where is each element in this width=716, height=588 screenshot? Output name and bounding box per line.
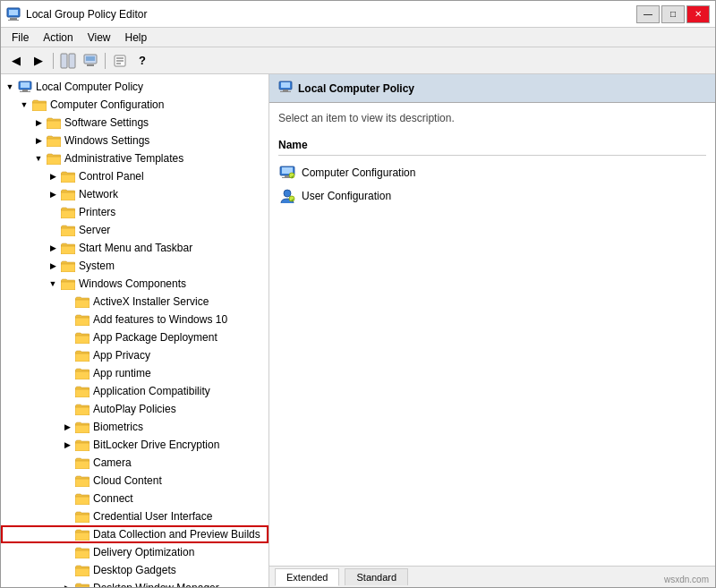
tree-node-win-comp[interactable]: Windows Components — [1, 275, 268, 293]
tree-node-desktop-gadgets[interactable]: Desktop Gadgets — [1, 561, 268, 579]
policy-icon-user: ✓ — [278, 187, 296, 205]
folder-icon-win-comp — [60, 276, 76, 292]
tree-node-windows[interactable]: Windows Settings — [1, 132, 268, 149]
tree-label-start-menu: Start Menu and Taskbar — [79, 242, 192, 254]
title-bar: Local Group Policy Editor — □ ✕ — [1, 1, 715, 28]
expander-desktop-wm[interactable] — [60, 581, 74, 587]
tree-node-app-compat[interactable]: Application Compatibility — [1, 382, 268, 400]
folder-icon-server — [60, 222, 76, 238]
expander-app-privacy — [60, 348, 74, 362]
tree-node-connect[interactable]: Connect — [1, 490, 268, 507]
tree-node-system[interactable]: System — [1, 257, 268, 275]
tree-node-autoplay[interactable]: AutoPlay Policies — [1, 400, 268, 418]
tab-standard[interactable]: Standard — [345, 568, 408, 585]
show-hide-button[interactable] — [58, 51, 78, 71]
expander-connect — [60, 491, 74, 506]
expander-delivery-opt — [60, 545, 74, 559]
minimize-button[interactable]: — — [636, 5, 660, 23]
tree-node-camera[interactable]: Camera — [1, 454, 268, 472]
tree-node-server[interactable]: Server — [1, 221, 268, 239]
right-header-icon — [278, 80, 293, 97]
tree-label-desktop-wm: Desktop Window Manager — [93, 582, 219, 587]
tree-node-delivery-opt[interactable]: Delivery Optimization — [1, 543, 268, 561]
tree-label-network: Network — [79, 188, 118, 200]
properties-button[interactable] — [110, 51, 130, 71]
expander-credential-ui — [60, 509, 74, 524]
tree-node-control-panel[interactable]: Control Panel — [1, 167, 268, 185]
tree-node-biometrics[interactable]: Biometrics — [1, 418, 268, 436]
expander-root[interactable] — [3, 80, 17, 94]
policy-icon-computer: ✓ — [278, 164, 296, 182]
right-panel-title: Local Computer Policy — [298, 82, 414, 95]
tree-label-admin-tmpl: Administrative Templates — [64, 152, 183, 165]
tree-node-add-features[interactable]: Add features to Windows 10 — [1, 311, 268, 328]
expander-network[interactable] — [46, 187, 60, 201]
policy-item-computer[interactable]: ✓ Computer Configuration — [278, 161, 706, 184]
menu-file[interactable]: File — [4, 30, 36, 45]
tree-node-start-menu[interactable]: Start Menu and Taskbar — [1, 239, 268, 257]
folder-icon-software — [46, 115, 62, 131]
maximize-button[interactable]: □ — [661, 5, 685, 23]
tree-node-cloud-content[interactable]: Cloud Content — [1, 472, 268, 490]
svg-rect-15 — [22, 89, 28, 91]
menu-view[interactable]: View — [81, 30, 118, 45]
left-panel: Local Computer Policy Computer Configura… — [1, 74, 269, 587]
tree-label-app-privacy: App Privacy — [93, 349, 150, 362]
expander-system[interactable] — [46, 259, 60, 273]
tree-node-network[interactable]: Network — [1, 185, 268, 203]
expander-bitlocker[interactable] — [60, 438, 74, 452]
forward-button[interactable]: ▶ — [29, 51, 48, 71]
tree-node-root[interactable]: Local Computer Policy — [1, 78, 268, 96]
expander-add-features — [60, 312, 74, 327]
menu-help[interactable]: Help — [118, 30, 155, 45]
expander-windows[interactable] — [31, 133, 46, 148]
tree-node-app-pkg[interactable]: App Package Deployment — [1, 328, 268, 346]
folder-icon-network — [60, 186, 76, 202]
tab-extended[interactable]: Extended — [275, 568, 339, 586]
right-description: Select an item to view its description. — [278, 112, 706, 124]
tree-node-desktop-wm[interactable]: Desktop Window Manager — [1, 579, 268, 587]
expander-win-comp[interactable] — [46, 277, 60, 291]
tree-node-credential-ui[interactable]: Credential User Interface — [1, 507, 268, 525]
tree-label-delivery-opt: Delivery Optimization — [93, 546, 194, 558]
tree-label-comp-config: Computer Configuration — [50, 98, 164, 111]
tree-node-printers[interactable]: Printers — [1, 203, 268, 221]
svg-rect-2 — [10, 18, 17, 20]
policy-item-user[interactable]: ✓ User Configuration — [278, 184, 706, 208]
tree-label-add-features: Add features to Windows 10 — [93, 313, 227, 326]
tree-label-credential-ui: Credential User Interface — [93, 510, 212, 523]
tree-label-bitlocker: BitLocker Drive Encryption — [93, 439, 219, 451]
tree-node-admin-tmpl[interactable]: Administrative Templates — [1, 149, 268, 167]
folder-icon-add-features — [74, 311, 90, 328]
tree-node-app-runtime[interactable]: App runtime — [1, 364, 268, 382]
folder-icon-bitlocker — [74, 437, 90, 453]
folder-icon-control-panel — [60, 168, 76, 184]
right-table: Name ✓ Computer Conf — [278, 139, 706, 208]
tree-node-bitlocker[interactable]: BitLocker Drive Encryption — [1, 436, 268, 454]
tree-label-autoplay: AutoPlay Policies — [93, 403, 176, 415]
back-button[interactable]: ◀ — [6, 51, 26, 71]
expander-camera — [60, 456, 74, 470]
menu-action[interactable]: Action — [36, 30, 80, 45]
tree-node-software[interactable]: Software Settings — [1, 114, 268, 132]
up-button[interactable] — [81, 51, 100, 71]
tree-node-app-privacy[interactable]: App Privacy — [1, 346, 268, 364]
expander-biometrics[interactable] — [60, 420, 74, 434]
tree-label-activex: ActiveX Installer Service — [93, 295, 209, 308]
help-button[interactable]: ? — [132, 51, 152, 71]
tree-node-activex[interactable]: ActiveX Installer Service — [1, 293, 268, 311]
close-button[interactable]: ✕ — [686, 5, 710, 23]
tree-label-connect: Connect — [93, 492, 133, 505]
expander-comp-config[interactable] — [17, 98, 31, 112]
tree-label-control-panel: Control Panel — [79, 170, 144, 183]
app-icon — [6, 7, 21, 21]
tree-node-data-collection[interactable]: Data Collection and Preview Builds — [1, 525, 268, 543]
expander-control-panel[interactable] — [46, 169, 60, 183]
expander-software[interactable] — [31, 115, 46, 130]
expander-admin-tmpl[interactable] — [31, 151, 46, 166]
expander-start-menu[interactable] — [46, 241, 60, 255]
policy-label-computer: Computer Configuration — [302, 166, 415, 179]
right-panel: Local Computer Policy Select an item to … — [269, 74, 715, 587]
tree-node-comp-config[interactable]: Computer Configuration — [1, 96, 268, 114]
folder-icon-app-compat — [74, 383, 90, 399]
